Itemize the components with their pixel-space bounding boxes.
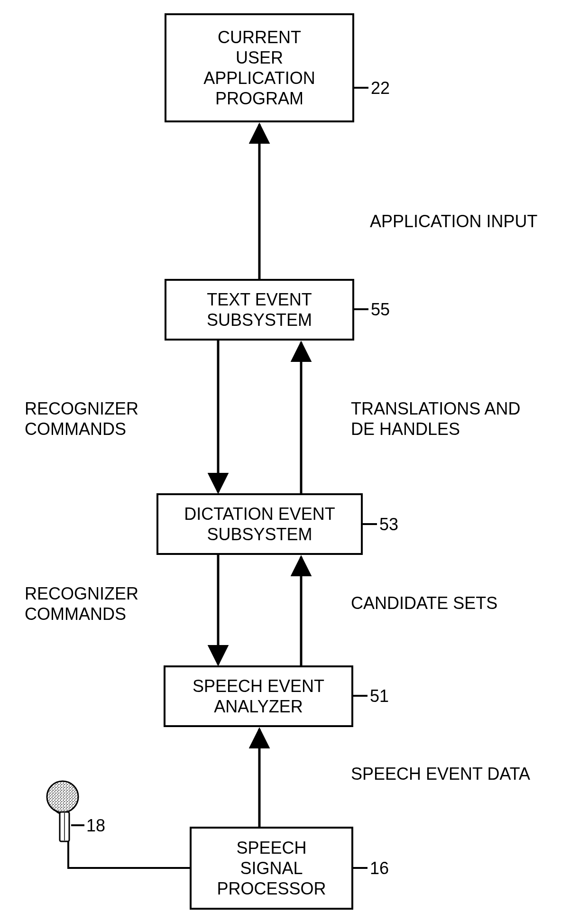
box-current-user-app-text: CURRENT USER APPLICATION PROGRAM [203,27,315,109]
ref-tick-textsub [354,308,368,310]
ref-num-ssp: 16 [370,858,389,878]
box-dictation-event-subsystem-text: DICTATION EVENT SUBSYSTEM [184,504,335,544]
box-text-event-subsystem: TEXT EVENT SUBSYSTEM [165,279,354,341]
diagram-canvas: CURRENT USER APPLICATION PROGRAM 22 TEXT… [0,0,588,913]
svg-rect-5 [60,812,69,841]
ref-num-mic: 18 [86,816,105,836]
box-speech-signal-processor: SPEECH SIGNAL PROCESSOR [190,827,353,910]
ref-num-analyzer: 51 [370,686,389,706]
ref-tick-app [354,87,368,89]
box-dictation-event-subsystem: DICTATION EVENT SUBSYSTEM [156,493,363,555]
box-speech-signal-processor-text: SPEECH SIGNAL PROCESSOR [217,838,326,899]
microphone-icon [47,781,78,841]
label-recognizer-commands-lower: RECOGNIZER COMMANDS [25,583,138,624]
box-speech-event-analyzer: SPEECH EVENT ANALYZER [164,665,353,727]
svg-point-4 [47,781,78,812]
label-translations-de-handles: TRANSLATIONS AND DE HANDLES [351,398,520,439]
box-current-user-app: CURRENT USER APPLICATION PROGRAM [165,13,354,122]
label-candidate-sets: CANDIDATE SETS [351,593,497,613]
ref-num-dictsub: 53 [379,515,398,535]
label-application-input: APPLICATION INPUT [370,211,537,231]
mic-cable [68,841,190,868]
box-text-event-subsystem-text: TEXT EVENT SUBSYSTEM [207,289,312,330]
ref-num-app: 22 [371,78,390,98]
label-recognizer-commands-upper: RECOGNIZER COMMANDS [25,398,138,439]
label-speech-event-data: SPEECH EVENT DATA [351,764,530,784]
ref-tick-analyzer [353,695,368,697]
ref-tick-ssp [353,867,368,869]
ref-tick-dictsub [363,523,377,525]
ref-num-textsub: 55 [371,300,390,320]
box-speech-event-analyzer-text: SPEECH EVENT ANALYZER [193,676,324,717]
